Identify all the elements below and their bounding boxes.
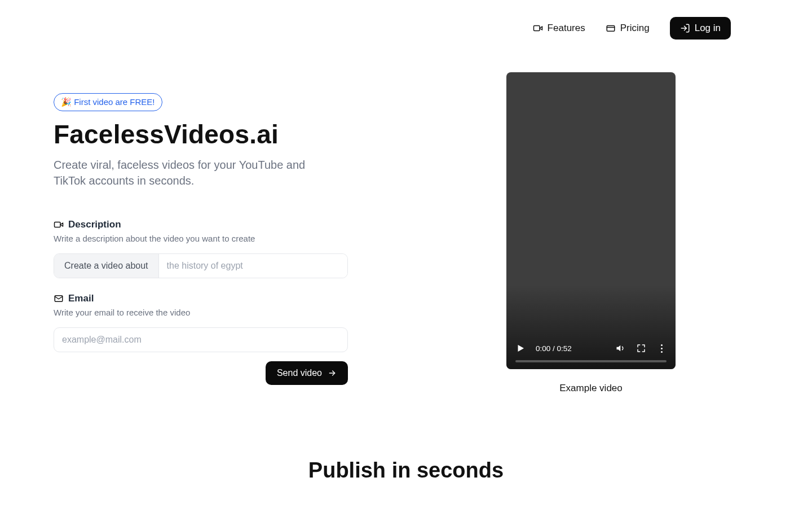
create-video-form: Description Write a description about th… [54, 219, 348, 385]
hero-right: 0:00 / 0:52 Example video [506, 72, 676, 394]
description-label-row: Description [54, 219, 348, 230]
svg-rect-1 [607, 26, 615, 32]
send-video-label: Send video [277, 368, 322, 378]
fullscreen-icon[interactable] [636, 343, 646, 353]
more-icon[interactable] [656, 343, 667, 353]
email-label-row: Email [54, 293, 348, 304]
player-time: 0:00 / 0:52 [536, 344, 572, 353]
svg-marker-6 [518, 345, 524, 352]
promo-badge: 🎉 First video are FREE! [54, 93, 162, 111]
video-icon [533, 23, 543, 33]
page-title: FacelessVideos.ai [54, 119, 348, 150]
player-progress[interactable] [515, 360, 667, 362]
play-icon[interactable] [515, 343, 526, 353]
nav-pricing-label: Pricing [620, 23, 650, 34]
hero-left: 🎉 First video are FREE! FacelessVideos.a… [54, 93, 348, 385]
description-label: Description [68, 219, 121, 230]
email-field: Email Write your email to receive the vi… [54, 293, 348, 352]
wallet-icon [606, 23, 616, 33]
email-label: Email [68, 293, 94, 304]
svg-rect-3 [55, 222, 61, 227]
video-caption: Example video [506, 383, 676, 394]
nav-features-label: Features [548, 23, 585, 34]
nav-features[interactable]: Features [533, 23, 585, 34]
top-nav: Features Pricing Log in [533, 17, 731, 40]
player-controls-row: 0:00 / 0:52 [515, 343, 667, 353]
email-input[interactable] [54, 327, 348, 352]
nav-pricing[interactable]: Pricing [606, 23, 650, 34]
login-label: Log in [695, 23, 721, 34]
description-input[interactable] [159, 254, 347, 278]
send-video-button[interactable]: Send video [266, 361, 348, 385]
description-prefix: Create a video about [54, 254, 159, 278]
description-help: Write a description about the video you … [54, 234, 348, 243]
publish-section: Publish in seconds [0, 458, 812, 483]
volume-icon[interactable] [616, 343, 626, 353]
login-button[interactable]: Log in [670, 17, 731, 40]
login-icon [680, 23, 690, 33]
form-actions: Send video [54, 361, 348, 385]
svg-rect-0 [533, 26, 540, 31]
page-subtitle: Create viral, faceless videos for your Y… [54, 157, 313, 189]
mail-icon [54, 294, 64, 304]
player-controls: 0:00 / 0:52 [506, 335, 676, 369]
description-field: Description Write a description about th… [54, 219, 348, 278]
video-outline-icon [54, 220, 64, 230]
email-help: Write your email to receive the video [54, 308, 348, 317]
publish-heading: Publish in seconds [0, 458, 812, 483]
arrow-right-icon [328, 369, 337, 378]
svg-marker-7 [617, 345, 621, 352]
example-video-player[interactable]: 0:00 / 0:52 [506, 72, 676, 369]
description-input-row: Create a video about [54, 253, 348, 278]
